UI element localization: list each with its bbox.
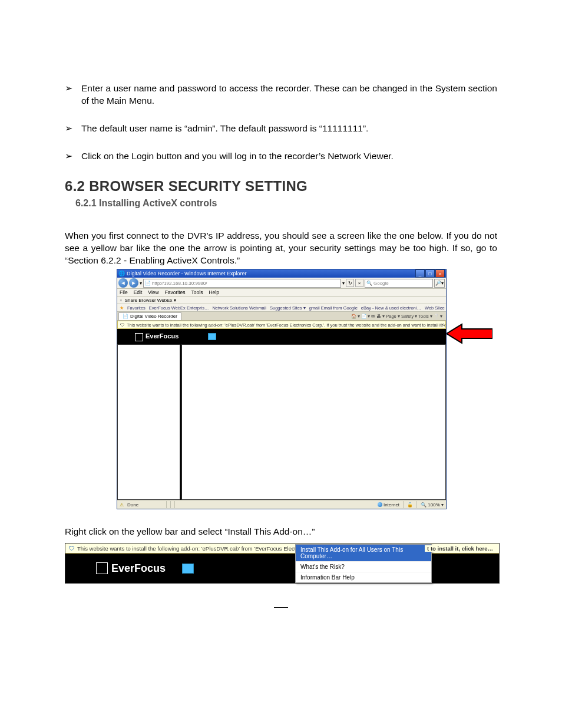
- svg-marker-0: [447, 324, 492, 343]
- everfocus-logo: EverFocus: [135, 332, 178, 341]
- left-panel: [117, 344, 180, 500]
- status-zone: Internet: [378, 502, 399, 508]
- bullet-text: The default user name is “admin”. The de…: [81, 123, 497, 135]
- globe-icon: [378, 502, 382, 507]
- bullet-item: ➢ Click on the Login button and you will…: [65, 150, 497, 163]
- menu-favorites[interactable]: Favorites: [165, 289, 186, 295]
- zoom-label[interactable]: 🔍 100% ▾: [421, 502, 444, 508]
- screenshot-context-menu: 🛡 This website wants to install the foll…: [65, 543, 500, 584]
- menu-view[interactable]: View: [148, 289, 158, 295]
- paragraph: Right click on the yellow bar and select…: [65, 526, 497, 538]
- toolbar-row: × Share Browser WebEx ▾: [117, 297, 446, 304]
- paragraph: When you first connect to the DVR’s IP a…: [65, 230, 497, 267]
- status-bar: ⚠ Done Internet 🔓 🔍 100% ▾: [117, 500, 446, 509]
- status-done: Done: [127, 502, 163, 508]
- ie-window: 🌐 Digital Video Recorder - Windows Inter…: [117, 269, 447, 509]
- everfocus-header: EverFocus Install This Add-on for All Us…: [65, 554, 499, 583]
- browser-tab[interactable]: 📄 Digital Video Recorder: [118, 312, 181, 320]
- everfocus-header: EverFocus: [117, 329, 446, 344]
- refresh-button[interactable]: ↻: [346, 279, 354, 287]
- bullet-item: ➢ The default user name is “admin”. The …: [65, 123, 497, 135]
- screenshot-ie-window: 🌐 Digital Video Recorder - Windows Inter…: [117, 269, 445, 509]
- nav-bar: ◄ ► ▾ 📄 http://192.168.10.30:9980/ ▾ ↻ ×…: [117, 278, 446, 289]
- menu-file[interactable]: File: [120, 289, 128, 295]
- ie-icon: 🌐: [118, 271, 125, 276]
- menu-item-info-bar-help[interactable]: Information Bar Help: [296, 572, 431, 582]
- status-done-icon: ⚠: [120, 502, 124, 508]
- bullet-glyph: ➢: [65, 83, 81, 107]
- monitor-icon: [208, 333, 216, 340]
- document-page: ➢ Enter a user name and password to acce…: [0, 0, 562, 631]
- search-box[interactable]: 🔍 Google: [365, 279, 433, 288]
- stop-button[interactable]: ×: [355, 279, 363, 287]
- close-button[interactable]: ×: [435, 269, 445, 278]
- subsection-heading: 6.2.1 Installing ActiveX controls: [75, 198, 497, 209]
- callout-arrow: [447, 323, 492, 344]
- infobar-close-icon[interactable]: ×: [441, 322, 444, 328]
- protected-mode-icon: 🔓: [407, 502, 413, 508]
- favorites-star-icon[interactable]: ★: [120, 305, 124, 311]
- bullet-glyph: ➢: [65, 123, 81, 135]
- search-go-button[interactable]: 🔎▾: [434, 279, 445, 288]
- window-title-bar: 🌐 Digital Video Recorder - Windows Inter…: [117, 269, 446, 278]
- share-browser-label[interactable]: Share Browser WebEx ▾: [125, 298, 176, 303]
- window-title: Digital Video Recorder - Windows Interne…: [127, 271, 415, 276]
- bullet-text: Enter a user name and password to access…: [81, 83, 497, 107]
- menu-edit[interactable]: Edit: [134, 289, 143, 295]
- forward-button[interactable]: ►: [129, 278, 138, 288]
- everfocus-brand: EverFocus: [111, 562, 166, 575]
- fav-item[interactable]: eBay - New & used electroni…: [361, 305, 421, 311]
- bullet-item: ➢ Enter a user name and password to acce…: [65, 83, 497, 107]
- maximize-button[interactable]: □: [425, 269, 435, 278]
- fav-item[interactable]: Web Slice Gallery ▾: [425, 305, 446, 311]
- menu-tools[interactable]: Tools: [191, 289, 203, 295]
- bullet-list: ➢ Enter a user name and password to acce…: [65, 83, 497, 163]
- tab-label: Digital Video Recorder: [130, 314, 177, 319]
- tab-icon: 📄: [123, 314, 128, 319]
- menu-help[interactable]: Help: [209, 289, 219, 295]
- page-content: EverFocus: [117, 329, 446, 500]
- menu-bar: File Edit View Favorites Tools Help: [117, 289, 446, 297]
- bullet-glyph: ➢: [65, 150, 81, 163]
- section-heading: 6.2 BROWSER SECURITY SETTING: [65, 178, 497, 195]
- menu-item-install-addon[interactable]: Install This Add-on for All Users on Thi…: [296, 545, 431, 562]
- search-placeholder: Google: [373, 281, 389, 286]
- info-icon: 🛡: [69, 545, 75, 552]
- everfocus-body: [117, 344, 446, 500]
- everfocus-logo-icon: [96, 562, 108, 574]
- infobar-text: This website wants to install the follow…: [77, 545, 301, 552]
- page-icon: 📄: [145, 281, 151, 286]
- fav-item[interactable]: EverFocus WebEx Enterpris…: [149, 305, 209, 311]
- favorites-bar: ★ Favorites EverFocus WebEx Enterpris… N…: [117, 304, 446, 312]
- fav-item[interactable]: Suggested Sites ▾: [270, 305, 306, 311]
- infobar-tail-text: t to install it, click here…: [425, 545, 495, 552]
- favorites-label[interactable]: Favorites: [127, 305, 146, 311]
- command-bar[interactable]: 🏠 ▾ 📄 ▾ ✉ 🖶 ▾ Page ▾ Safety ▾ Tools ▾ ❔ …: [181, 314, 445, 319]
- right-panel: [181, 344, 446, 500]
- back-button[interactable]: ◄: [118, 278, 128, 288]
- minimize-button[interactable]: _: [415, 269, 425, 278]
- bullet-text: Click on the Login button and you will l…: [81, 150, 497, 163]
- address-dropdown-icon[interactable]: ▾: [342, 281, 345, 286]
- nav-dropdown-icon[interactable]: ▾: [140, 281, 142, 286]
- fav-item[interactable]: gmail Email from Google: [309, 305, 358, 311]
- toolbar-close-icon[interactable]: ×: [120, 298, 123, 303]
- information-bar[interactable]: 🛡 This website wants to install the foll…: [117, 321, 446, 329]
- tab-bar: 📄 Digital Video Recorder 🏠 ▾ 📄 ▾ ✉ 🖶 ▾ P…: [117, 312, 446, 321]
- monitor-icon: [182, 564, 194, 574]
- menu-item-whats-the-risk[interactable]: What's the Risk?: [296, 562, 431, 572]
- info-icon: 🛡: [120, 322, 125, 328]
- address-bar[interactable]: 📄 http://192.168.10.30:9980/: [143, 279, 341, 288]
- context-menu: Install This Add-on for All Users on Thi…: [295, 544, 432, 583]
- infobar-text: This website wants to install the follow…: [127, 322, 446, 328]
- fav-item[interactable]: Network Solutions Webmail: [212, 305, 266, 311]
- search-provider-icon: 🔍: [366, 281, 372, 286]
- system-buttons: _ □ ×: [415, 269, 445, 278]
- page-footer-rule: [274, 607, 288, 608]
- address-text: http://192.168.10.30:9980/: [152, 281, 207, 286]
